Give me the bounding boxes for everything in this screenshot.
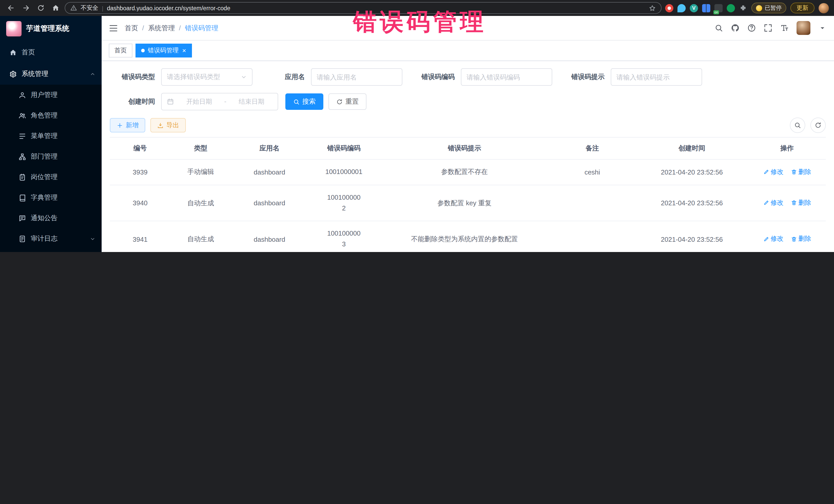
sidebar-item-audit-log[interactable]: 审计日志 bbox=[0, 228, 102, 249]
filter-input-message[interactable] bbox=[611, 68, 702, 86]
extension-paused-chip[interactable]: 已暂停 bbox=[751, 3, 786, 13]
sidebar-item-notice[interactable]: 通知公告 bbox=[0, 208, 102, 228]
column-header[interactable]: 编号 bbox=[110, 137, 170, 159]
font-size-icon[interactable] bbox=[780, 24, 789, 32]
edit-link[interactable]: 修改 bbox=[763, 235, 784, 243]
cell-message: 参数配置 key 重复 bbox=[380, 185, 549, 221]
delete-icon bbox=[791, 200, 797, 206]
browser-profile-avatar[interactable] bbox=[819, 3, 829, 13]
edit-link[interactable]: 修改 bbox=[763, 168, 784, 176]
cell-time: 2021-04-20 23:52:56 bbox=[635, 221, 748, 252]
search-icon[interactable] bbox=[715, 24, 723, 32]
main-area: 首页/系统管理/错误码管理 首页错误码管理× 错误码类型请选择错误码类型应用名错… bbox=[102, 16, 834, 252]
cell-id: 3940 bbox=[110, 185, 170, 221]
browser-back-icon[interactable] bbox=[5, 2, 17, 14]
avatar-caret-down-icon[interactable] bbox=[818, 24, 827, 32]
tab-home[interactable]: 首页 bbox=[109, 44, 132, 58]
browser-address-bar[interactable]: 不安全 | dashboard.yudao.iocoder.cn/system/… bbox=[65, 2, 662, 14]
sidebar-item-home[interactable]: 首页 bbox=[0, 42, 102, 63]
extensions-puzzle-icon[interactable] bbox=[739, 4, 747, 12]
github-icon[interactable] bbox=[731, 24, 740, 32]
breadcrumb-item[interactable]: 首页 bbox=[125, 23, 138, 32]
refresh-icon bbox=[336, 98, 343, 105]
chevron-down-icon bbox=[90, 236, 95, 241]
breadcrumb-item[interactable]: 系统管理 bbox=[148, 23, 175, 32]
menu-icon bbox=[19, 132, 26, 140]
extension-green-icon[interactable] bbox=[727, 4, 735, 12]
browser-forward-icon[interactable] bbox=[20, 2, 31, 14]
sidebar-item-dict[interactable]: 字典管理 bbox=[0, 187, 102, 208]
extension-v-icon[interactable]: V bbox=[690, 4, 698, 12]
fullscreen-icon[interactable] bbox=[764, 24, 772, 32]
omnibox-divider: | bbox=[102, 5, 104, 11]
breadcrumb-item[interactable]: 错误码管理 bbox=[185, 23, 218, 32]
extension-switch-icon[interactable]: on bbox=[715, 4, 723, 12]
dept-icon bbox=[19, 153, 26, 160]
user-icon bbox=[19, 91, 26, 99]
app-logo[interactable]: 芋道管理系统 bbox=[0, 16, 102, 42]
calendar-icon bbox=[167, 98, 174, 105]
tab-error-code[interactable]: 错误码管理× bbox=[135, 44, 192, 58]
table-row[interactable]: 3941自动生成dashboard100100000 3不能删除类型为系统内置的… bbox=[110, 221, 826, 252]
browser-home-icon[interactable] bbox=[50, 2, 61, 14]
extension-drop-icon[interactable] bbox=[678, 4, 686, 12]
bookmark-star-icon[interactable] bbox=[649, 4, 656, 12]
sidebar-item-dept[interactable]: 部门管理 bbox=[0, 146, 102, 167]
column-header[interactable]: 备注 bbox=[549, 137, 635, 159]
submenu-system: 用户管理角色管理菜单管理部门管理岗位管理字典管理通知公告审计日志在线用户短信管理… bbox=[0, 85, 102, 252]
user-avatar[interactable] bbox=[796, 21, 810, 35]
filter-label: 错误码编码 bbox=[410, 72, 461, 82]
browser-update-button[interactable]: 更新 bbox=[790, 3, 814, 13]
sidebar-item-label: 用户管理 bbox=[31, 90, 58, 100]
error-code-table: 编号类型应用名错误码编码错误码提示备注创建时间操作 3939手动编辑dashbo… bbox=[110, 137, 826, 252]
cell-type: 自动生成 bbox=[170, 221, 231, 252]
notice-icon bbox=[19, 214, 26, 222]
cell-code: 100100000 3 bbox=[308, 221, 380, 252]
refresh-table-button[interactable] bbox=[810, 117, 826, 133]
filter-input-code[interactable] bbox=[461, 68, 552, 86]
browser-reload-icon[interactable] bbox=[35, 2, 46, 14]
browser-chrome: 不安全 | dashboard.yudao.iocoder.cn/system/… bbox=[0, 0, 834, 16]
cell-time: 2021-04-20 23:52:56 bbox=[635, 185, 748, 221]
cell-code: 1001000001 bbox=[308, 159, 380, 185]
tab-close-icon[interactable]: × bbox=[182, 47, 186, 54]
sidebar-item-post[interactable]: 岗位管理 bbox=[0, 167, 102, 187]
help-icon[interactable] bbox=[747, 24, 756, 32]
column-header[interactable]: 应用名 bbox=[231, 137, 308, 159]
breadcrumb-separator: / bbox=[142, 24, 144, 32]
delete-link[interactable]: 删除 bbox=[791, 168, 811, 176]
table-row[interactable]: 3939手动编辑dashboard1001000001参数配置不存在ceshi2… bbox=[110, 159, 826, 185]
table-row[interactable]: 3940自动生成dashboard100100000 2参数配置 key 重复2… bbox=[110, 185, 826, 221]
column-header[interactable]: 错误码提示 bbox=[380, 137, 549, 159]
export-button[interactable]: 导出 bbox=[150, 118, 186, 132]
app-frame: 芋道管理系统 首页系统管理用户管理角色管理菜单管理部门管理岗位管理字典管理通知公… bbox=[0, 16, 834, 252]
toggle-search-button[interactable] bbox=[790, 117, 805, 133]
column-header[interactable]: 创建时间 bbox=[635, 137, 748, 159]
filter-input-app-name[interactable] bbox=[311, 68, 402, 86]
extension-grid-icon[interactable] bbox=[702, 4, 710, 12]
sidebar-item-role[interactable]: 角色管理 bbox=[0, 105, 102, 126]
edit-link[interactable]: 修改 bbox=[763, 199, 784, 207]
filter-group-create-time: 创建时间 开始日期 - 结束日期 bbox=[110, 93, 278, 110]
sidebar-item-menu[interactable]: 菜单管理 bbox=[0, 126, 102, 146]
sidebar-item-online-user[interactable]: 在线用户 bbox=[0, 249, 102, 252]
extension-red-icon[interactable] bbox=[665, 4, 673, 12]
filter-select-type[interactable]: 请选择错误码类型 bbox=[161, 68, 253, 86]
column-header[interactable]: 类型 bbox=[170, 137, 231, 159]
delete-link[interactable]: 删除 bbox=[791, 235, 811, 243]
breadcrumb-separator: / bbox=[179, 24, 181, 32]
add-button[interactable]: 新增 bbox=[110, 118, 145, 132]
date-range-picker[interactable]: 开始日期 - 结束日期 bbox=[161, 93, 278, 110]
sidebar-item-user[interactable]: 用户管理 bbox=[0, 85, 102, 105]
sidebar-item-system[interactable]: 系统管理 bbox=[0, 63, 102, 85]
header-actions bbox=[715, 21, 827, 35]
collapse-sidebar-icon[interactable] bbox=[109, 23, 118, 32]
reset-button[interactable]: 重置 bbox=[328, 93, 367, 110]
filter-row-2: 创建时间 开始日期 - 结束日期 搜索 重置 bbox=[110, 93, 826, 110]
search-button[interactable]: 搜索 bbox=[285, 93, 323, 110]
filter-label: 创建时间 bbox=[110, 97, 161, 106]
column-header[interactable]: 错误码编码 bbox=[308, 137, 380, 159]
column-header[interactable]: 操作 bbox=[748, 137, 826, 159]
filter-group-code: 错误码编码 bbox=[410, 68, 559, 86]
delete-link[interactable]: 删除 bbox=[791, 199, 811, 207]
